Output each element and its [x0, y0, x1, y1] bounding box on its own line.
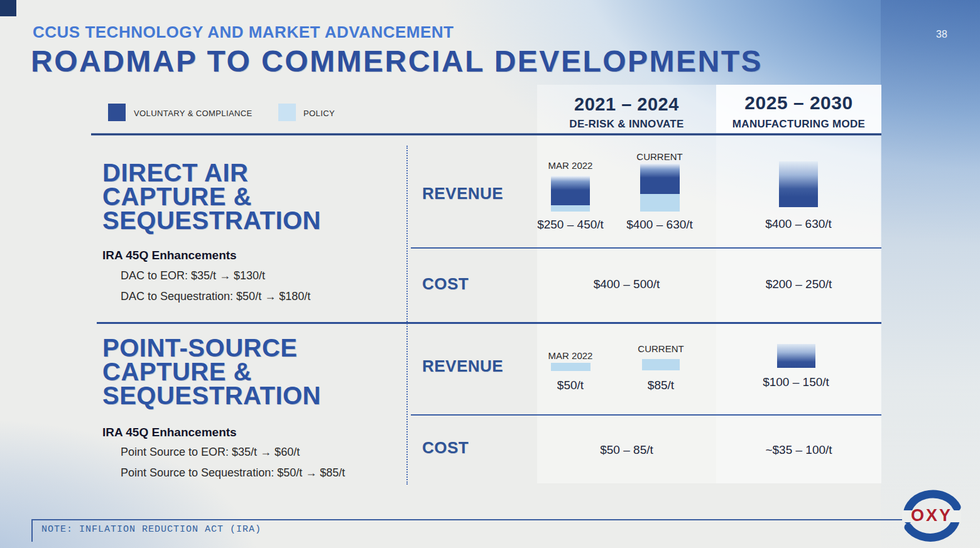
- dac-section-title: DIRECT AIR CAPTURE & SEQUESTRATION: [102, 161, 321, 232]
- ps-row-divider: [411, 414, 881, 416]
- dac-revenue-bar2-value: $400 – 630/t: [619, 218, 700, 232]
- oxy-logo: OXY: [898, 490, 965, 544]
- ps-enhancement-eor: Point Source to EOR: $35/t → $60/t: [121, 446, 300, 459]
- dac-revenue-bar3-value: $400 – 630/t: [758, 217, 839, 231]
- ps-cost-2025-2030: ~$35 – 100/t: [716, 443, 881, 457]
- ps-title-line1: POINT-SOURCE: [102, 336, 321, 360]
- ps-revenue-bar1-value: $50/t: [539, 379, 602, 392]
- section-divider: [97, 322, 881, 324]
- column-header-period-2021-2024: 2021 – 2024: [537, 94, 716, 115]
- ps-revenue-bar2-value: $85/t: [629, 379, 692, 392]
- ps-revenue-bar-2025-2030: [777, 344, 815, 368]
- dac-title-line3: SEQUESTRATION: [102, 208, 321, 232]
- dac-enhancement-sequestration: DAC to Sequestration: $50/t → $180/t: [121, 290, 310, 303]
- dac-enhancements-title: IRA 45Q Enhancements: [102, 249, 237, 262]
- corner-accent-square: [0, 0, 16, 16]
- ps-cost-2021-2024: $50 – 85/t: [537, 443, 716, 457]
- column-header-mode-derisk: DE-RISK & INNOVATE: [537, 118, 716, 131]
- ps-revenue-label: REVENUE: [422, 357, 503, 376]
- column-header-mode-manufacturing: MANUFACTURING MODE: [716, 118, 881, 131]
- ps-section-title: POINT-SOURCE CAPTURE & SEQUESTRATION: [102, 336, 321, 407]
- note-text: NOTE: INFLATION REDUCTION ACT (IRA): [41, 524, 261, 535]
- legend-swatch-voluntary-compliance: [108, 104, 126, 121]
- oxy-logo-graphic: OXY: [898, 490, 965, 544]
- ps-revenue-bar-current: [642, 359, 680, 370]
- ps-revenue-bar1-label: MAR 2022: [539, 350, 602, 361]
- ps-revenue-bar-mar2022: [551, 363, 591, 371]
- dac-revenue-bar1-label: MAR 2022: [539, 160, 602, 171]
- dac-revenue-label: REVENUE: [422, 184, 503, 203]
- dac-revenue-bar-mar2022: [551, 176, 590, 212]
- legend-label-policy: POLICY: [303, 109, 335, 118]
- legend-swatch-policy: [278, 104, 296, 121]
- page-number: 38: [936, 29, 947, 40]
- dac-title-line2: CAPTURE &: [102, 185, 321, 208]
- oxy-logo-text: OXY: [911, 506, 952, 525]
- ps-enhancement-sequestration: Point Source to Sequestration: $50/t → $…: [121, 466, 345, 480]
- dac-cost-label: COST: [422, 274, 469, 294]
- slide-eyebrow: CCUS TECHNOLOGY AND MARKET ADVANCEMENT: [33, 23, 454, 42]
- dac-revenue-bar1-value: $250 – 450/t: [530, 218, 611, 232]
- ps-revenue-bar2-label: CURRENT: [629, 343, 692, 354]
- dac-revenue-bar2-label: CURRENT: [628, 151, 691, 162]
- dac-cost-2021-2024: $400 – 500/t: [537, 277, 716, 291]
- dac-revenue-bar-current: [640, 163, 680, 212]
- dotted-vertical-divider: [406, 146, 408, 485]
- dac-row-divider: [411, 247, 881, 249]
- ps-revenue-bar3-value: $100 – 150/t: [755, 375, 837, 389]
- column-header-period-2025-2030: 2025 – 2030: [716, 92, 881, 114]
- ps-title-line2: CAPTURE &: [102, 360, 321, 384]
- ps-enhancements-title: IRA 45Q Enhancements: [102, 426, 237, 439]
- dac-cost-2025-2030: $200 – 250/t: [716, 277, 881, 291]
- legend-label-voluntary-compliance: VOLUNTARY & COMPLIANCE: [134, 109, 253, 118]
- page-title: ROADMAP TO COMMERCIAL DEVELOPMENTS: [31, 44, 763, 78]
- slide-canvas: CCUS TECHNOLOGY AND MARKET ADVANCEMENT R…: [0, 0, 980, 548]
- header-rule: [91, 133, 881, 136]
- ps-cost-label: COST: [422, 438, 469, 458]
- dac-title-line1: DIRECT AIR: [102, 161, 321, 185]
- ps-title-line3: SEQUESTRATION: [102, 384, 321, 407]
- dac-revenue-bar-2025-2030: [779, 161, 818, 207]
- dac-enhancement-eor: DAC to EOR: $35/t → $130/t: [121, 269, 265, 282]
